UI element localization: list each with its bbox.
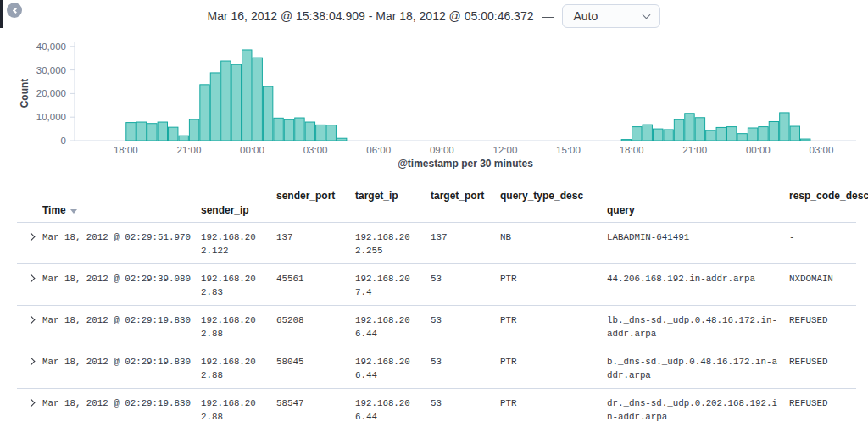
cell-value: 137 [431,230,493,244]
histogram-bar[interactable] [643,125,652,141]
cell-value: 53 [431,396,493,410]
histogram-bar[interactable] [748,128,757,141]
cell-target_port: 53 [424,305,493,347]
histogram-bar[interactable] [621,140,631,141]
discover-page: Mar 16, 2012 @ 15:38:04.909 - Mar 18, 20… [0,0,868,427]
histogram-bar[interactable] [706,130,715,141]
x-tick-label: 12:00 [493,145,518,155]
y-tick-label: 10,000 [36,112,66,122]
expand-row-button[interactable] [27,232,36,241]
histogram-bar[interactable] [200,85,209,141]
x-tick-label: 21:00 [177,145,202,155]
cell-value: 65208 [276,313,348,327]
cell-value: 192.168.202.83 [201,272,257,299]
histogram-bar[interactable] [169,127,178,141]
histogram-bar[interactable] [727,127,737,141]
y-axis-title: Count [19,79,31,108]
histogram-bar[interactable] [716,127,726,141]
histogram-bar[interactable] [147,124,157,141]
histogram-bar[interactable] [242,50,252,141]
expand-row-button[interactable] [27,274,36,282]
collapse-sidebar-button[interactable] [7,3,22,18]
histogram-bar[interactable] [801,139,810,141]
histogram-bar[interactable] [179,136,188,141]
histogram-bar[interactable] [337,138,346,141]
histogram-bar[interactable] [695,118,704,141]
expand-row-button[interactable] [27,315,36,324]
histogram-bar[interactable] [136,122,146,141]
cell-query_type_desc: NB [493,222,600,263]
interval-select[interactable]: Auto [562,4,660,28]
histogram-bar[interactable] [284,119,293,141]
cell-sender_ip: 192.168.202.83 [194,263,270,305]
cell-target_port: 53 [424,263,493,305]
histogram-chart[interactable]: 010,00020,00030,00040,00018:0021:0000:00… [0,34,868,174]
interval-select-value: Auto [573,9,598,23]
cell-query_type_desc: PTR [493,388,600,427]
cell-time: Mar 18, 2012 @ 02:29:39.080 [36,263,194,305]
cell-value: 53 [431,313,493,327]
histogram-bar[interactable] [158,122,167,141]
y-tick-label: 20,000 [36,88,66,98]
expand-row-button[interactable] [27,357,36,365]
histogram-bar[interactable] [790,126,799,141]
histogram-bar[interactable] [189,119,198,141]
cell-sender_ip: 192.168.202.88 [194,305,270,347]
cell-value: 192.168.202.88 [201,313,257,341]
histogram-bar[interactable] [685,114,694,141]
column-header-query[interactable]: query [600,175,782,222]
cell-query_type_desc: PTR [493,263,600,305]
x-tick-label: 00:00 [240,145,264,155]
cell-value: 53 [431,272,493,286]
cell-value: LABADMIN-641491 [607,230,779,244]
histogram-bar[interactable] [664,130,673,141]
column-header-target_port[interactable]: target_port [424,175,493,222]
cell-time: Mar 18, 2012 @ 02:29:19.830 [36,388,194,427]
cell-sender_port: 65208 [270,305,348,347]
x-tick-label: 06:00 [366,145,391,155]
column-header-sender_ip[interactable]: sender_ip [194,175,270,222]
cell-value: Mar 18, 2012 @ 02:29:51.970 [42,230,194,244]
column-header-resp_code_desc[interactable]: resp_code_desc [782,175,856,222]
expand-row-button[interactable] [27,398,36,407]
histogram-bar[interactable] [210,73,220,141]
histogram-bar[interactable] [653,129,662,141]
column-header-label: sender_ip [201,204,249,216]
histogram-bar[interactable] [632,127,642,141]
histogram-bar[interactable] [780,113,789,141]
histogram-bar[interactable] [231,64,241,141]
histogram-bar[interactable] [769,121,778,141]
y-tick-label: 0 [61,136,66,146]
histogram-bar[interactable] [274,118,283,141]
cell-expander [17,347,36,388]
histogram-bar[interactable] [737,134,747,141]
table-header: Timesender_ipsender_porttarget_iptarget_… [17,175,856,222]
documents-table: Timesender_ipsender_porttarget_iptarget_… [17,175,856,427]
column-header-label: Time [42,204,77,216]
cell-target_ip: 192.168.206.44 [348,305,424,347]
cell-query: b._dns-sd._udp.0.48.16.172.in-addr.arpa [600,347,782,388]
cell-query_type_desc: PTR [493,305,600,347]
column-header-time[interactable]: Time [36,175,194,222]
histogram-bar[interactable] [253,58,262,141]
histogram-bar[interactable] [221,61,231,141]
cell-expander [17,222,36,263]
table-row: Mar 18, 2012 @ 02:29:19.830192.168.202.8… [17,347,856,388]
histogram-bar[interactable] [263,86,272,141]
table-row: Mar 18, 2012 @ 02:29:19.830192.168.202.8… [17,388,856,427]
column-header-query_type_desc[interactable]: query_type_desc [493,175,600,222]
column-header-sender_port[interactable]: sender_port [270,175,348,222]
cell-time: Mar 18, 2012 @ 02:29:51.970 [36,222,194,263]
histogram-bar[interactable] [295,118,304,141]
histogram-bar[interactable] [674,119,683,141]
cell-value: 192.168.202.88 [201,355,257,382]
histogram-bar[interactable] [326,125,336,141]
column-header-target_ip[interactable]: target_ip [348,175,424,222]
column-header-label: sender_port [276,190,335,202]
histogram-bar[interactable] [305,122,314,141]
histogram-bar[interactable] [759,127,768,141]
histogram-bar[interactable] [126,123,136,141]
cell-target_port: 53 [424,347,493,388]
cell-query: lb._dns-sd._udp.0.48.16.172.in-addr.arpa [600,305,782,347]
histogram-bar[interactable] [316,125,326,141]
